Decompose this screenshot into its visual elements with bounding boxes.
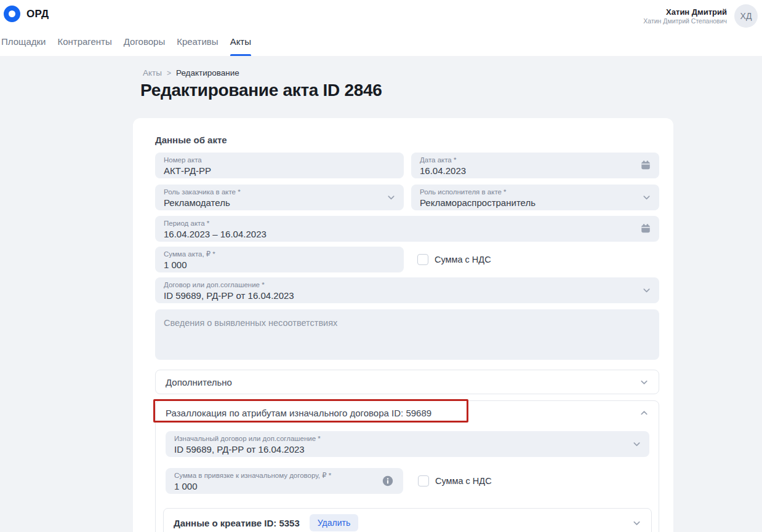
field-label: Роль исполнителя в акте *: [420, 188, 651, 196]
field-label: Изначальный договор или доп.соглашение *: [174, 435, 641, 443]
breadcrumb-current: Редактирование: [176, 68, 239, 77]
field-label: Роль заказчика в акте *: [164, 188, 395, 196]
main-nav: Площадки Контрагенты Договоры Креативы А…: [1, 36, 251, 56]
customer-role-select[interactable]: Роль заказчика в акте * Рекламодатель: [155, 185, 404, 210]
delete-creative-button[interactable]: Удалить: [310, 514, 358, 531]
checkbox-label: Сумма с НДС: [435, 476, 492, 486]
chevron-down-icon: [642, 286, 651, 295]
user-menu[interactable]: Хатин Дмитрий Хатин Дмитрий Степанович Х…: [643, 4, 758, 28]
nav-item-counterparties[interactable]: Контрагенты: [57, 36, 111, 56]
logo-text: ОРД: [26, 8, 49, 20]
user-full-name: Хатин Дмитрий Степанович: [643, 17, 727, 25]
field-value: 1 000: [174, 480, 395, 492]
checkbox-box[interactable]: [417, 254, 428, 265]
chevron-down-icon: [642, 193, 651, 202]
act-number-field[interactable]: Номер акта АКТ-РД-РР: [155, 153, 404, 178]
additional-section-title: Дополнительно: [166, 377, 232, 387]
avatar[interactable]: ХД: [734, 4, 758, 28]
chevron-down-icon: [387, 193, 396, 202]
logo[interactable]: ОРД: [4, 6, 49, 22]
act-period-field[interactable]: Период акта * 16.04.2023 – 16.04.2023: [155, 216, 659, 242]
nav-item-creatives[interactable]: Креативы: [177, 36, 218, 56]
contract-select[interactable]: Договор или доп.соглашение * ID 59689, Р…: [155, 277, 659, 303]
chevron-down-icon: [632, 440, 641, 449]
act-form-card: Данные об акте Номер акта АКТ-РД-РР Дата…: [133, 118, 673, 532]
calendar-icon[interactable]: [640, 160, 651, 171]
field-value: ID 59689, РД-РР от 16.04.2023: [174, 443, 641, 455]
field-label: Период акта *: [164, 220, 651, 228]
user-name: Хатин Дмитрий: [643, 7, 727, 17]
creative-section-title: Данные о креативе ID: 5353: [174, 518, 300, 528]
chevron-down-icon: [640, 378, 649, 387]
creative-section-header[interactable]: Данные о креативе ID: 5353 Удалить: [164, 509, 651, 532]
field-label: Договор или доп.соглашение *: [164, 281, 651, 289]
checkbox-label: Сумма с НДС: [435, 255, 491, 264]
ord-logo-icon: [4, 6, 20, 22]
initial-contract-select[interactable]: Изначальный договор или доп.соглашение *…: [166, 431, 649, 457]
breadcrumb: Акты > Редактирование: [143, 68, 239, 77]
checkbox-box[interactable]: [418, 475, 429, 486]
breadcrumb-link-acts[interactable]: Акты: [143, 68, 162, 77]
field-value: Рекламораспространитель: [420, 197, 651, 208]
reallocation-section: Разаллокация по атрибутам изначального д…: [155, 400, 659, 532]
reallocation-section-header[interactable]: Разаллокация по атрибутам изначального д…: [156, 401, 659, 424]
initial-vat-checkbox[interactable]: Сумма с НДС: [418, 475, 492, 486]
breadcrumb-separator: >: [167, 69, 171, 77]
field-value: 16.04.2023: [420, 165, 651, 177]
calendar-icon[interactable]: [640, 223, 651, 234]
chevron-up-icon: [640, 408, 649, 418]
info-icon[interactable]: [382, 475, 393, 486]
chevron-down-icon: [632, 518, 641, 528]
additional-section-header[interactable]: Дополнительно: [156, 370, 659, 394]
top-bar: ОРД Хатин Дмитрий Хатин Дмитрий Степанов…: [0, 0, 762, 56]
field-value: АКТ-РД-РР: [164, 165, 395, 177]
additional-section: Дополнительно: [155, 370, 659, 394]
initial-amount-field[interactable]: Сумма в привязке к изначальному договору…: [166, 468, 403, 494]
act-date-field[interactable]: Дата акта * 16.04.2023: [411, 153, 659, 178]
vat-checkbox[interactable]: Сумма с НДС: [417, 254, 491, 265]
discrepancies-textarea[interactable]: [155, 309, 659, 360]
field-label: Номер акта: [164, 156, 395, 164]
nav-item-acts[interactable]: Акты: [230, 36, 251, 56]
field-label: Сумма акта, ₽ *: [164, 250, 395, 258]
creative-section: Данные о креативе ID: 5353 Удалить: [163, 508, 652, 532]
nav-item-platforms[interactable]: Площадки: [1, 36, 46, 56]
field-value: Рекламодатель: [164, 197, 395, 208]
field-label: Дата акта *: [420, 156, 651, 164]
app-root: ОРД Хатин Дмитрий Хатин Дмитрий Степанов…: [0, 0, 762, 532]
act-amount-field[interactable]: Сумма акта, ₽ * 1 000: [155, 247, 404, 272]
reallocation-section-title: Разаллокация по атрибутам изначального д…: [166, 408, 431, 418]
user-names: Хатин Дмитрий Хатин Дмитрий Степанович: [643, 7, 727, 25]
page-title: Редактирование акта ID 2846: [140, 81, 382, 100]
field-value: ID 59689, РД-РР от 16.04.2023: [164, 290, 651, 301]
field-value: 1 000: [164, 259, 395, 271]
nav-item-contracts[interactable]: Договоры: [124, 36, 165, 56]
field-label: Сумма в привязке к изначальному договору…: [174, 472, 395, 480]
field-value: 16.04.2023 – 16.04.2023: [164, 228, 651, 240]
section-title-act-data: Данные об акте: [155, 135, 227, 145]
executor-role-select[interactable]: Роль исполнителя в акте * Рекламораспрос…: [411, 185, 659, 210]
